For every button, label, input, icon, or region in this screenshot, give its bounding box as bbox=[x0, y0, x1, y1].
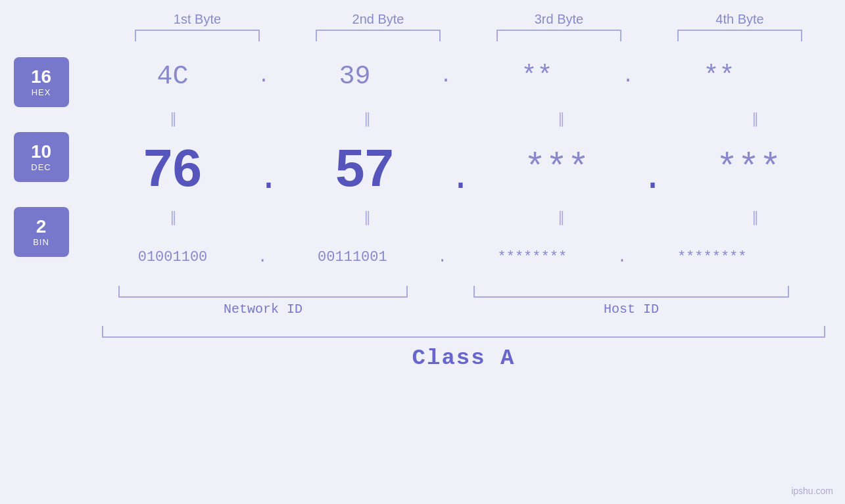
eq1-b2-icon: ∥ bbox=[364, 110, 370, 127]
bracket-b3 bbox=[469, 30, 650, 41]
hex-b4-cell: ** bbox=[629, 62, 809, 91]
equals-row-1: ∥ ∥ ∥ ∥ bbox=[82, 106, 845, 132]
bin-b3-value: ******** bbox=[498, 249, 567, 265]
host-id-label: Host ID bbox=[604, 302, 659, 317]
eq1-b3: ∥ bbox=[470, 110, 651, 127]
bracket-b2 bbox=[288, 30, 469, 41]
dec-b2-cell: 57 bbox=[274, 138, 455, 198]
bin-b4-cell: ******** bbox=[621, 249, 802, 265]
eq2-b1: ∥ bbox=[82, 209, 263, 226]
main-grid: 16 HEX 10 DEC 2 BIN 4C . bbox=[0, 47, 845, 371]
equals-row-2: ∥ ∥ ∥ ∥ bbox=[82, 204, 845, 231]
host-id-bracket: Host ID bbox=[444, 286, 819, 317]
dec-b2-value: 57 bbox=[335, 138, 394, 198]
eq1-b4: ∥ bbox=[664, 110, 845, 127]
eq2-b4-icon: ∥ bbox=[752, 209, 758, 226]
dec-b1-cell: 76 bbox=[82, 138, 263, 198]
bin-row: 01001100 . 00111001 . ******** . *******… bbox=[82, 231, 845, 283]
byte1-header: 1st Byte bbox=[107, 12, 288, 27]
eq1-b1-icon: ∥ bbox=[170, 110, 176, 127]
top-brackets bbox=[46, 30, 845, 41]
dec-b1-value: 76 bbox=[143, 138, 202, 198]
bin-b1-cell: 01001100 bbox=[82, 249, 263, 265]
dec-badge: 10 DEC bbox=[14, 132, 69, 182]
dec-b4-cell: *** bbox=[658, 148, 839, 189]
host-id-bracket-line bbox=[473, 286, 789, 298]
dec-badge-label: DEC bbox=[31, 162, 51, 172]
data-columns: 4C . 39 . ** . ** ∥ bbox=[82, 47, 845, 371]
hex-badge-num: 16 bbox=[31, 67, 51, 87]
bin-b2-cell: 00111001 bbox=[262, 249, 443, 265]
hex-b1-value: 4C bbox=[157, 62, 188, 91]
eq2-b2: ∥ bbox=[276, 209, 457, 226]
label-column: 16 HEX 10 DEC 2 BIN bbox=[0, 47, 82, 257]
hex-badge: 16 HEX bbox=[14, 57, 69, 107]
bin-b2-value: 00111001 bbox=[318, 249, 387, 265]
hex-b4-value: ** bbox=[704, 62, 735, 91]
dec-badge-num: 10 bbox=[31, 142, 51, 162]
main-container: 1st Byte 2nd Byte 3rd Byte 4th Byte 16 H… bbox=[0, 0, 845, 504]
bin-badge-num: 2 bbox=[36, 217, 47, 237]
bin-b1-value: 01001100 bbox=[138, 249, 208, 265]
network-id-bracket-line bbox=[118, 286, 408, 298]
eq2-b3: ∥ bbox=[470, 209, 651, 226]
bracket-b4 bbox=[650, 30, 831, 41]
hex-b3-value: ** bbox=[521, 62, 553, 91]
hex-badge-label: HEX bbox=[32, 87, 51, 97]
network-id-label: Network ID bbox=[224, 302, 302, 317]
dec-row: 76 . 57 . *** . *** bbox=[82, 132, 845, 204]
bracket-b1 bbox=[107, 30, 288, 41]
eq2-b2-icon: ∥ bbox=[364, 209, 370, 226]
hex-b2-cell: 39 bbox=[264, 62, 445, 91]
byte-headers: 1st Byte 2nd Byte 3rd Byte 4th Byte bbox=[46, 0, 845, 27]
hex-b3-cell: ** bbox=[447, 62, 627, 91]
class-a-label: Class A bbox=[412, 346, 516, 371]
network-id-bracket: Network ID bbox=[82, 286, 444, 317]
hex-b1-cell: 4C bbox=[82, 62, 263, 91]
bracket-line-b1 bbox=[135, 30, 260, 41]
bin-badge-label: BIN bbox=[33, 237, 49, 247]
hex-b2-value: 39 bbox=[339, 62, 371, 91]
eq1-b4-icon: ∥ bbox=[752, 110, 758, 127]
bracket-line-b4 bbox=[677, 30, 802, 41]
bin-b3-cell: ******** bbox=[442, 249, 623, 265]
eq1-b3-icon: ∥ bbox=[558, 110, 564, 127]
eq1-b2: ∥ bbox=[276, 110, 457, 127]
dec-b3-value: *** bbox=[524, 148, 589, 189]
bracket-line-b2 bbox=[316, 30, 441, 41]
eq2-b4: ∥ bbox=[664, 209, 845, 226]
eq2-b3-icon: ∥ bbox=[558, 209, 564, 226]
bracket-line-b3 bbox=[496, 30, 621, 41]
dec-b3-cell: *** bbox=[466, 148, 647, 189]
byte3-header: 3rd Byte bbox=[469, 12, 650, 27]
byte2-header: 2nd Byte bbox=[288, 12, 469, 27]
bin-b4-value: ******** bbox=[677, 249, 747, 265]
dec-b4-value: *** bbox=[716, 148, 781, 189]
sub-brackets: Network ID Host ID bbox=[82, 286, 845, 317]
eq2-b1-icon: ∥ bbox=[170, 209, 176, 226]
class-section: Class A bbox=[82, 326, 845, 371]
hex-row: 4C . 39 . ** . ** bbox=[82, 47, 845, 106]
class-bracket-line bbox=[102, 326, 825, 338]
byte4-header: 4th Byte bbox=[650, 12, 831, 27]
eq1-b1: ∥ bbox=[82, 110, 263, 127]
watermark: ipshu.com bbox=[791, 486, 833, 496]
bin-badge: 2 BIN bbox=[14, 207, 69, 257]
